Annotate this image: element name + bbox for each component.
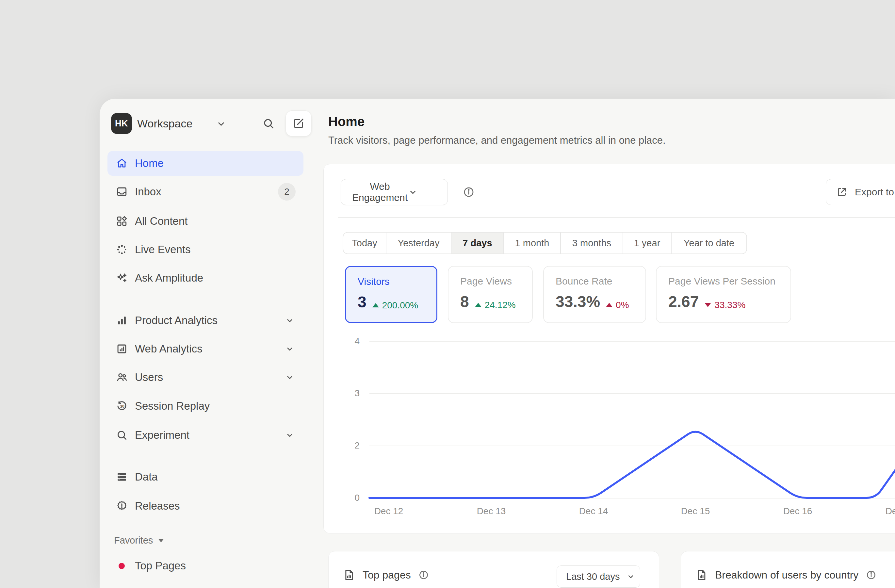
triangle-up-icon	[372, 303, 379, 308]
chevron-down-icon	[626, 572, 635, 581]
sidebar-item-users[interactable]: Users	[108, 365, 303, 390]
sidebar-item-label: Live Events	[135, 243, 296, 256]
metric-card-visitors[interactable]: Visitors 3 200.00%	[345, 266, 437, 323]
sidebar-item-releases[interactable]: Releases	[108, 494, 303, 518]
search-icon[interactable]	[259, 114, 278, 133]
export-to-csv-button[interactable]: Export to CSV	[826, 179, 895, 205]
info-icon[interactable]	[866, 569, 877, 580]
sparkles-icon	[115, 271, 128, 285]
info-icon[interactable]	[462, 186, 475, 199]
magnifier-icon	[115, 429, 128, 442]
visitors-line-series	[324, 164, 895, 534]
sidebar-item-label: Data	[135, 471, 296, 483]
svg-text:30: 30	[120, 404, 125, 409]
sidebar-item-label: Session Replay	[135, 400, 296, 412]
tab-today[interactable]: Today	[343, 233, 387, 253]
users-icon	[115, 371, 128, 384]
sidebar-item-web-analytics[interactable]: Web Analytics	[108, 336, 303, 361]
chevron-down-icon[interactable]	[284, 373, 296, 382]
metric-card-page-views-per-session[interactable]: Page Views Per Session 2.67 33.33%	[656, 266, 791, 323]
metric-value: 3	[358, 293, 367, 311]
card-title: Top pages	[363, 569, 411, 581]
chevron-down-icon[interactable]	[215, 118, 227, 129]
page-subtitle: Track visitors, page performance, and en…	[328, 135, 666, 146]
x-axis-tick-label: Dec 16	[772, 506, 824, 517]
sidebar-item-label: Inbox	[135, 186, 278, 198]
x-axis-tick-label: Dec 12	[363, 506, 415, 517]
top-pages-card: Top pages Last 30 days	[328, 551, 659, 588]
sidebar-item-product-analytics[interactable]: Product Analytics	[108, 308, 303, 333]
tab-1-month[interactable]: 1 month	[504, 233, 561, 253]
workspace-name[interactable]: Workspace	[137, 111, 193, 136]
card-title: Breakdown of users by country	[715, 569, 859, 581]
bar-chart-icon	[115, 314, 128, 327]
sidebar-item-home[interactable]: Home	[108, 151, 303, 176]
triangle-up-icon	[475, 303, 481, 307]
export-label: Export to CSV	[855, 186, 895, 198]
chart-gridline	[369, 393, 895, 394]
web-engagement-panel: Web Engagement Export to CSV Today Yeste…	[323, 164, 895, 533]
dataset-selector-value: Web Engagement	[352, 181, 408, 203]
favorites-section-toggle[interactable]: Favorites	[114, 535, 164, 546]
favorites-label: Favorites	[114, 535, 153, 546]
tab-3-months[interactable]: 3 months	[561, 233, 623, 253]
last-30-days-selector[interactable]: Last 30 days	[557, 565, 640, 588]
page-title: Home	[328, 114, 364, 129]
chart-gridline	[369, 446, 895, 446]
doc-chart-icon	[695, 568, 708, 582]
metric-value: 2.67	[668, 293, 699, 311]
sidebar-item-experiment[interactable]: Experiment	[108, 423, 303, 447]
sidebar-item-label: Product Analytics	[135, 314, 284, 327]
tab-1-year[interactable]: 1 year	[623, 233, 672, 253]
sidebar-item-live-events[interactable]: Live Events	[108, 237, 303, 262]
triangle-down-icon	[705, 303, 711, 307]
metric-label: Page Views	[460, 276, 520, 287]
chevron-down-icon	[408, 187, 436, 197]
sidebar-item-session-replay[interactable]: 30 Session Replay	[108, 394, 303, 418]
x-axis-tick-label: Dec 14	[567, 506, 620, 517]
country-breakdown-card: Breakdown of users by country	[681, 551, 895, 588]
sidebar-item-label: Top Pages	[135, 559, 296, 572]
sidebar-item-inbox[interactable]: Inbox 2	[108, 179, 303, 204]
metric-label: Visitors	[358, 276, 425, 287]
inbox-count-badge: 2	[278, 183, 296, 200]
sidebar-item-label: Home	[135, 157, 296, 170]
chart-box-icon	[115, 342, 128, 355]
grid-icon	[115, 215, 128, 228]
workspace-avatar[interactable]: HK	[111, 113, 132, 134]
favorite-dot-icon	[118, 563, 125, 569]
chevron-down-icon[interactable]	[284, 315, 296, 325]
inbox-icon	[115, 185, 128, 198]
metric-label: Bounce Rate	[556, 276, 634, 287]
sidebar-item-top-pages[interactable]: Top Pages	[108, 553, 303, 578]
sidebar-item-data[interactable]: Data	[108, 465, 303, 489]
x-axis-tick-label: Dec 17	[874, 506, 895, 517]
app-window: HK Workspace Home Inb	[100, 99, 895, 588]
chevron-down-icon[interactable]	[284, 430, 296, 440]
tab-yesterday[interactable]: Yesterday	[387, 233, 451, 253]
x-axis-tick-label: Dec 15	[669, 506, 722, 517]
compose-icon	[292, 117, 305, 130]
sidebar-item-ask-amplitude[interactable]: Ask Amplitude	[108, 265, 303, 290]
workspace-header: HK Workspace	[111, 111, 304, 137]
dataset-selector[interactable]: Web Engagement	[341, 179, 448, 205]
sidebar-item-label: Web Analytics	[135, 342, 284, 355]
metric-card-page-views[interactable]: Page Views 8 24.12%	[448, 266, 533, 323]
metric-label: Page Views Per Session	[668, 276, 779, 287]
replay-30-icon: 30	[115, 400, 128, 412]
range-value: Last 30 days	[566, 571, 620, 582]
metric-value: 33.3%	[556, 293, 600, 311]
sidebar-item-label: Ask Amplitude	[135, 272, 296, 284]
tab-7-days[interactable]: 7 days	[451, 233, 504, 253]
sidebar-item-label: Experiment	[135, 429, 284, 441]
chevron-down-icon[interactable]	[284, 344, 296, 354]
compose-button[interactable]	[285, 111, 312, 136]
metric-delta: 200.00%	[372, 300, 419, 311]
y-axis-tick-label: 0	[324, 493, 360, 503]
metric-card-bounce-rate[interactable]: Bounce Rate 33.3% 0%	[543, 266, 646, 323]
sidebar-item-label: Releases	[135, 500, 296, 512]
info-icon[interactable]	[418, 569, 429, 580]
sidebar-item-all-content[interactable]: All Content	[108, 209, 303, 233]
tab-year-to-date[interactable]: Year to date	[672, 233, 746, 253]
date-range-tabs: Today Yesterday 7 days 1 month 3 months …	[343, 232, 747, 254]
